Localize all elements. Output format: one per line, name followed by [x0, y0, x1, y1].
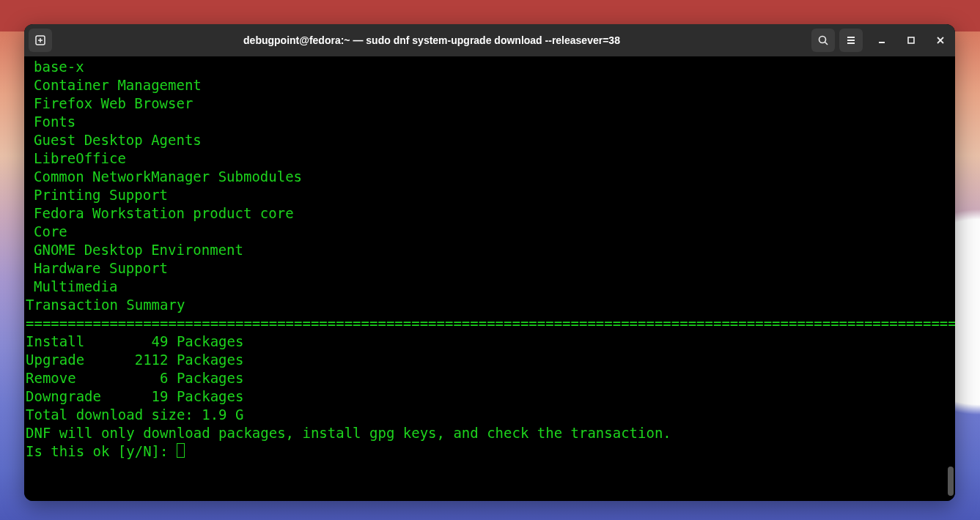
terminal-line: base-x: [26, 58, 954, 76]
minimize-icon: [877, 36, 886, 45]
terminal-line: LibreOffice: [26, 149, 954, 168]
new-tab-button[interactable]: [29, 29, 52, 52]
terminal-line: Transaction Summary: [26, 296, 954, 314]
terminal-line: Upgrade 2112 Packages: [26, 351, 954, 369]
terminal-line: DNF will only download packages, install…: [26, 424, 954, 442]
scrollbar-thumb[interactable]: [948, 467, 954, 496]
terminal-line: Printing Support: [26, 186, 954, 204]
search-button[interactable]: [811, 29, 835, 52]
maximize-icon: [907, 36, 915, 45]
terminal-line: Container Management: [26, 76, 954, 94]
cursor: [177, 443, 185, 458]
close-button[interactable]: [930, 30, 951, 51]
minimize-button[interactable]: [872, 30, 892, 51]
terminal-line: GNOME Desktop Environment: [26, 241, 954, 259]
svg-line-4: [825, 42, 828, 45]
maximize-button[interactable]: [901, 30, 921, 51]
svg-point-3: [819, 37, 826, 43]
terminal-output[interactable]: base-xContainer ManagementFirefox Web Br…: [24, 56, 955, 501]
new-tab-icon: [34, 34, 46, 46]
terminal-line: Downgrade 19 Packages: [26, 387, 954, 406]
terminal-line: Is this ok [y/N]:: [26, 442, 954, 461]
terminal-line: Fonts: [26, 113, 954, 131]
terminal-line: Multimedia: [26, 278, 954, 296]
hamburger-icon: [845, 34, 857, 46]
terminal-line: Core: [26, 223, 954, 241]
close-icon: [936, 36, 945, 45]
terminal-line: Remove 6 Packages: [26, 369, 954, 387]
terminal-line: Fedora Workstation product core: [26, 204, 954, 223]
search-icon: [817, 34, 829, 46]
svg-rect-9: [908, 37, 914, 43]
terminal-line: Hardware Support: [26, 259, 954, 278]
terminal-line: Common NetworkManager Submodules: [26, 168, 954, 186]
terminal-line: ========================================…: [26, 314, 954, 333]
terminal-line: Total download size: 1.9 G: [26, 406, 954, 424]
terminal-line: Firefox Web Browser: [26, 94, 954, 113]
menu-button[interactable]: [839, 29, 863, 52]
terminal-area[interactable]: base-xContainer ManagementFirefox Web Br…: [24, 56, 955, 501]
desktop-wallpaper: debugpoint@fedora:~ — sudo dnf system-up…: [0, 0, 980, 520]
terminal-line: Guest Desktop Agents: [26, 131, 954, 149]
titlebar: debugpoint@fedora:~ — sudo dnf system-up…: [24, 24, 955, 56]
terminal-line: Install 49 Packages: [26, 333, 954, 351]
window-title: debugpoint@fedora:~ — sudo dnf system-up…: [52, 34, 811, 46]
terminal-window: debugpoint@fedora:~ — sudo dnf system-up…: [24, 24, 955, 501]
